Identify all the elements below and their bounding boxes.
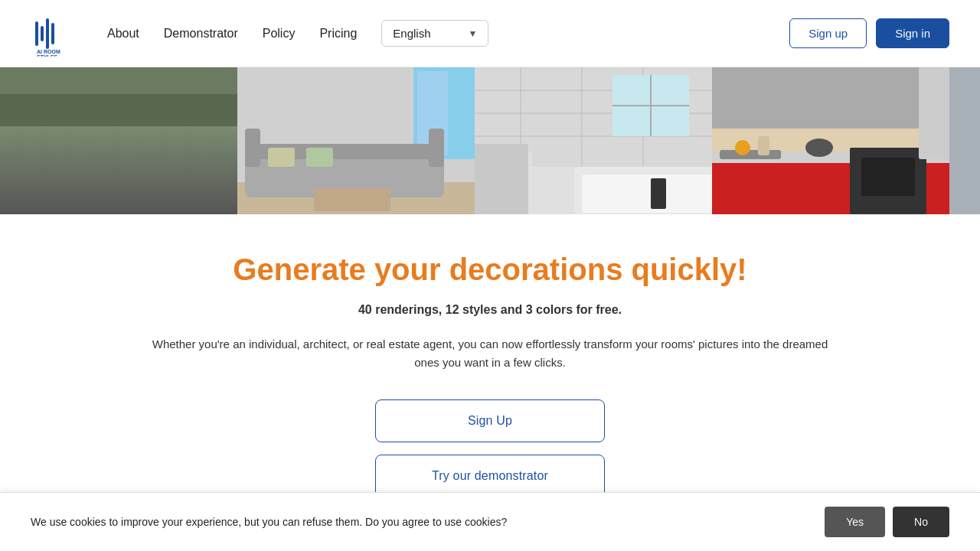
svg-rect-51	[720, 150, 781, 159]
nav-about[interactable]: About	[107, 27, 139, 41]
headline: Generate your decorations quickly!	[233, 251, 746, 288]
svg-rect-15	[142, 126, 194, 130]
cookie-buttons: Yes No	[825, 507, 949, 537]
svg-rect-47	[712, 67, 949, 129]
main-content: Generate your decorations quickly! 40 re…	[0, 214, 980, 522]
room-images-strip	[0, 67, 980, 214]
description: Whether you're an individual, architect,…	[145, 335, 835, 372]
svg-rect-25	[268, 148, 295, 167]
svg-rect-43	[651, 178, 666, 209]
svg-rect-12	[52, 185, 104, 214]
svg-rect-42	[475, 144, 528, 214]
svg-rect-7	[0, 67, 237, 214]
svg-rect-54	[758, 136, 769, 155]
auth-buttons: Sign up Sign in	[789, 18, 949, 48]
nav-links: About Demonstrator Policy Pricing Englis…	[107, 20, 789, 47]
svg-rect-22	[245, 129, 260, 167]
svg-rect-11	[39, 172, 117, 214]
svg-rect-10	[0, 159, 237, 185]
logo-icon: AI ROOM STYLES	[31, 11, 77, 57]
signup-cta-button[interactable]: Sign Up	[375, 399, 605, 442]
svg-rect-23	[429, 129, 444, 167]
svg-rect-39	[582, 174, 712, 213]
nav-demonstrator[interactable]: Demonstrator	[164, 27, 238, 41]
demo-cta-button[interactable]: Try our demonstrator	[375, 455, 605, 497]
cookie-no-button[interactable]: No	[893, 507, 949, 537]
svg-rect-9	[0, 185, 237, 214]
svg-rect-52	[919, 67, 949, 159]
cookie-yes-button[interactable]: Yes	[825, 507, 885, 537]
language-selector[interactable]: English French Spanish German ▼	[381, 20, 488, 47]
chevron-down-icon: ▼	[468, 28, 477, 39]
cookie-banner: We use cookies to improve your experienc…	[0, 492, 980, 551]
room-image-kitchen-grey	[0, 67, 237, 214]
svg-rect-56	[949, 67, 980, 214]
navbar: AI ROOM STYLES About Demonstrator Policy…	[0, 0, 980, 67]
room-image-partial	[949, 67, 980, 214]
nav-pricing[interactable]: Pricing	[319, 27, 357, 41]
svg-rect-1	[35, 21, 38, 46]
signin-button[interactable]: Sign in	[876, 18, 949, 48]
svg-rect-24	[314, 188, 390, 211]
room-image-kitchen-red	[712, 67, 949, 214]
svg-rect-14	[78, 126, 130, 130]
logo[interactable]: AI ROOM STYLES	[31, 11, 77, 57]
svg-text:AI ROOM: AI ROOM	[37, 49, 60, 54]
signup-button[interactable]: Sign up	[789, 18, 867, 48]
language-dropdown[interactable]: English French Spanish German	[393, 27, 462, 40]
svg-rect-2	[41, 26, 44, 41]
cookie-message: We use cookies to improve your experienc…	[31, 516, 825, 528]
svg-rect-26	[306, 148, 333, 167]
subheadline: 40 renderings, 12 styles and 3 colors fo…	[358, 303, 622, 317]
svg-rect-4	[51, 23, 54, 44]
svg-rect-13	[13, 126, 65, 130]
room-image-bathroom	[475, 67, 712, 214]
svg-rect-3	[46, 18, 49, 49]
room-image-living	[237, 67, 475, 214]
cta-buttons: Sign Up Try our demonstrator	[375, 399, 605, 497]
svg-rect-53	[735, 140, 750, 155]
svg-point-55	[805, 139, 833, 157]
svg-rect-50	[861, 158, 915, 196]
nav-policy[interactable]: Policy	[263, 27, 296, 41]
svg-rect-8	[0, 94, 237, 159]
svg-text:STYLES: STYLES	[37, 54, 58, 57]
